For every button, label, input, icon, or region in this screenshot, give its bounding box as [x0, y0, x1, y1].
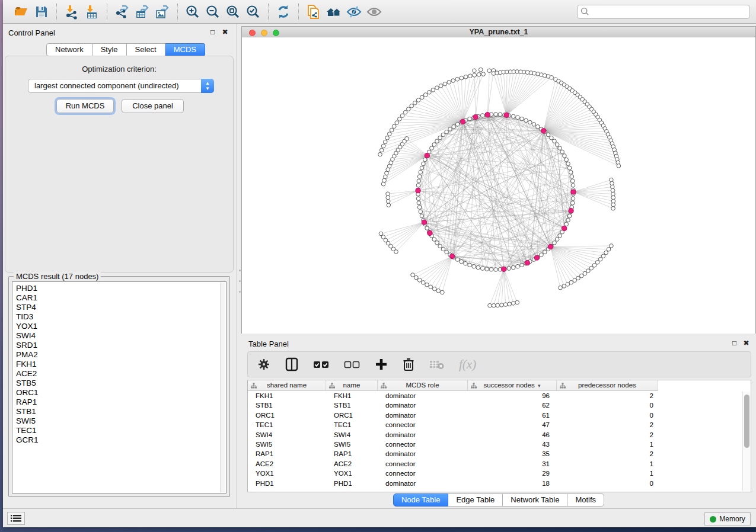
cell-shared-name[interactable]: SWI4: [248, 430, 326, 440]
graph-node[interactable]: [425, 283, 429, 287]
mcds-result-list[interactable]: PHD1CAR1STP4TID3YOX1SWI4SRD1PMA2FKH1ACE2…: [12, 281, 227, 493]
cell-name[interactable]: RAP1: [326, 449, 378, 459]
cell-shared-name[interactable]: PHD1: [248, 479, 326, 488]
column-header-successor-nodes[interactable]: successor nodes▾: [468, 380, 557, 391]
graph-node[interactable]: [400, 114, 404, 118]
graph-node[interactable]: [438, 244, 442, 248]
graph-node[interactable]: [388, 132, 392, 136]
export-network-icon[interactable]: [112, 2, 132, 21]
graph-node[interactable]: [450, 254, 455, 259]
cell-predecessor-nodes[interactable]: 1: [557, 459, 658, 469]
graph-node[interactable]: [550, 76, 554, 80]
graph-node[interactable]: [496, 303, 500, 307]
graph-node[interactable]: [473, 69, 477, 73]
tab-select[interactable]: Select: [127, 43, 165, 56]
table-row[interactable]: RAP1RAP1dominator352: [248, 449, 742, 459]
cell-name[interactable]: SWI5: [326, 440, 378, 449]
graph-node[interactable]: [541, 129, 546, 133]
graph-node[interactable]: [460, 259, 464, 264]
graph-node[interactable]: [386, 196, 390, 200]
cell-successor-nodes[interactable]: 29: [468, 469, 557, 478]
graph-node[interactable]: [562, 284, 566, 289]
graph-node[interactable]: [560, 150, 564, 154]
cell-name[interactable]: FKH1: [326, 391, 378, 400]
tab-motifs[interactable]: Motifs: [567, 493, 604, 507]
cell-shared-name[interactable]: ACE2: [248, 459, 326, 469]
graph-node[interactable]: [566, 283, 570, 287]
graph-node[interactable]: [435, 139, 439, 143]
graph-node[interactable]: [516, 264, 520, 268]
graph-node[interactable]: [445, 250, 449, 254]
cell-shared-name[interactable]: ORC1: [248, 411, 326, 420]
criterion-select[interactable]: largest connected component (undirected)…: [28, 79, 214, 93]
graph-node[interactable]: [430, 146, 434, 150]
graph-node[interactable]: [611, 207, 615, 211]
close-panel-button[interactable]: Close panel: [122, 99, 184, 113]
table-row[interactable]: YOX1YOX1connector291: [248, 469, 742, 478]
graph-node[interactable]: [516, 116, 520, 120]
graph-node[interactable]: [481, 72, 486, 76]
graph-node[interactable]: [508, 302, 512, 306]
graph-node[interactable]: [480, 114, 484, 118]
table-row[interactable]: TEC1TEC1connector472: [248, 420, 742, 430]
graph-node[interactable]: [455, 258, 460, 262]
graph-node[interactable]: [441, 247, 445, 251]
cell-successor-nodes[interactable]: 31: [468, 459, 557, 469]
graph-node[interactable]: [562, 226, 567, 230]
table-row[interactable]: ACE2ACE2connector311: [248, 459, 742, 469]
mcds-result-item[interactable]: PHD1: [12, 284, 226, 293]
graph-node[interactable]: [611, 199, 615, 203]
column-header-predecessor-nodes[interactable]: predecessor nodes: [557, 380, 658, 391]
graph-node[interactable]: [417, 201, 421, 205]
graph-node[interactable]: [515, 300, 519, 305]
close-table-panel-icon[interactable]: ✖: [742, 339, 750, 347]
graph-node[interactable]: [416, 197, 420, 201]
graph-node[interactable]: [570, 179, 575, 183]
table-scrollbar[interactable]: [742, 392, 750, 491]
column-header-name[interactable]: name: [326, 380, 378, 391]
graph-node[interactable]: [489, 268, 493, 272]
graph-node[interactable]: [553, 241, 557, 245]
graph-node[interactable]: [417, 278, 422, 283]
graph-node[interactable]: [546, 133, 550, 137]
graph-node[interactable]: [381, 182, 385, 186]
cell-predecessor-nodes[interactable]: 0: [557, 400, 658, 410]
graph-node[interactable]: [464, 261, 468, 265]
cell-predecessor-nodes[interactable]: 0: [557, 411, 658, 420]
table-row[interactable]: PHD1PHD1dominator180: [248, 479, 742, 488]
zoom-in-icon[interactable]: [183, 2, 203, 21]
zoom-out-icon[interactable]: [203, 2, 223, 21]
graph-node[interactable]: [520, 117, 524, 121]
table-row[interactable]: ORC1ORC1dominator610: [248, 411, 742, 420]
table-scrollbar-thumb[interactable]: [744, 395, 749, 448]
graph-node[interactable]: [425, 226, 429, 230]
graph-node[interactable]: [448, 127, 452, 132]
graph-node[interactable]: [417, 206, 422, 210]
mcds-result-item[interactable]: STP4: [12, 303, 226, 312]
save-icon[interactable]: [31, 2, 52, 21]
graph-node[interactable]: [571, 190, 576, 194]
graph-node[interactable]: [592, 264, 596, 268]
network-graph[interactable]: [242, 37, 755, 334]
graph-node[interactable]: [586, 269, 591, 273]
graph-node[interactable]: [524, 118, 528, 123]
float-panel-icon[interactable]: □: [209, 28, 216, 36]
mcds-result-item[interactable]: STB5: [12, 379, 226, 388]
graph-node[interactable]: [540, 253, 544, 257]
graph-node[interactable]: [548, 245, 553, 249]
graph-node[interactable]: [595, 261, 599, 265]
graph-node[interactable]: [567, 166, 572, 170]
graph-node[interactable]: [435, 241, 439, 245]
graph-node[interactable]: [507, 267, 511, 271]
graph-node[interactable]: [429, 285, 433, 289]
graph-node[interactable]: [571, 197, 575, 201]
close-panel-icon[interactable]: ✖: [221, 28, 229, 36]
houses-icon[interactable]: [324, 2, 344, 21]
mcds-result-item[interactable]: TID3: [12, 312, 226, 322]
table-row[interactable]: FKH1FKH1dominator962: [248, 391, 742, 400]
graph-node[interactable]: [379, 148, 384, 152]
graph-node[interactable]: [398, 117, 402, 121]
graph-node[interactable]: [403, 110, 407, 114]
cell-successor-nodes[interactable]: 43: [468, 440, 557, 449]
cell-name[interactable]: ACE2: [326, 459, 378, 469]
